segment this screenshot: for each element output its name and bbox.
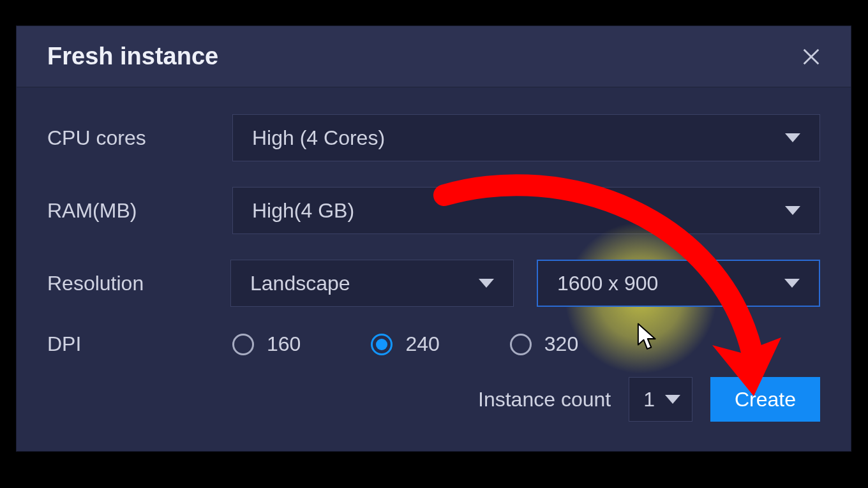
ram-select[interactable]: High(4 GB) — [232, 187, 820, 234]
resolution-orientation-value: Landscape — [250, 272, 350, 295]
cpu-select-value: High (4 Cores) — [252, 126, 385, 150]
cpu-select[interactable]: High (4 Cores) — [232, 114, 820, 161]
ram-select-value: High(4 GB) — [252, 199, 354, 223]
dialog-footer: Instance count 1 Create — [478, 377, 820, 422]
dpi-row: DPI 160 240 320 — [47, 332, 820, 356]
dpi-label: DPI — [47, 332, 232, 356]
dpi-option-label: 160 — [267, 332, 301, 356]
dialog-titlebar: Fresh instance — [17, 26, 851, 87]
ram-row: RAM(MB) High(4 GB) — [47, 187, 820, 234]
radio-icon — [232, 334, 254, 355]
create-button[interactable]: Create — [710, 377, 820, 422]
chevron-down-icon — [785, 206, 800, 215]
chevron-down-icon — [785, 133, 800, 142]
resolution-row: Resolution Landscape 1600 x 900 — [47, 260, 820, 307]
cpu-row: CPU cores High (4 Cores) — [47, 114, 820, 161]
dpi-radio-320[interactable]: 320 — [510, 332, 578, 356]
dialog-title: Fresh instance — [47, 43, 218, 70]
dialog-body: CPU cores High (4 Cores) RAM(MB) High(4 … — [17, 87, 851, 356]
radio-icon — [510, 334, 532, 355]
resolution-size-value: 1600 x 900 — [557, 272, 658, 295]
resolution-size-select[interactable]: 1600 x 900 — [537, 260, 820, 307]
cpu-label: CPU cores — [47, 126, 232, 150]
instance-count-value: 1 — [643, 388, 655, 411]
ram-label: RAM(MB) — [47, 199, 232, 223]
chevron-down-icon — [665, 395, 680, 404]
dpi-option-label: 320 — [544, 332, 578, 356]
dpi-option-label: 240 — [405, 332, 439, 356]
chevron-down-icon — [479, 279, 494, 288]
dpi-radio-group: 160 240 320 — [232, 332, 578, 356]
resolution-orientation-select[interactable]: Landscape — [230, 260, 514, 307]
instance-count-select[interactable]: 1 — [629, 377, 692, 422]
resolution-label: Resolution — [47, 272, 230, 295]
fresh-instance-dialog: Fresh instance CPU cores High (4 Cores) … — [16, 26, 851, 452]
dpi-radio-160[interactable]: 160 — [232, 332, 301, 356]
close-button[interactable] — [796, 41, 827, 72]
chevron-down-icon — [784, 279, 800, 288]
dpi-radio-240[interactable]: 240 — [371, 332, 439, 356]
instance-count-label: Instance count — [478, 388, 611, 411]
close-icon — [800, 46, 822, 68]
radio-icon — [371, 334, 393, 355]
